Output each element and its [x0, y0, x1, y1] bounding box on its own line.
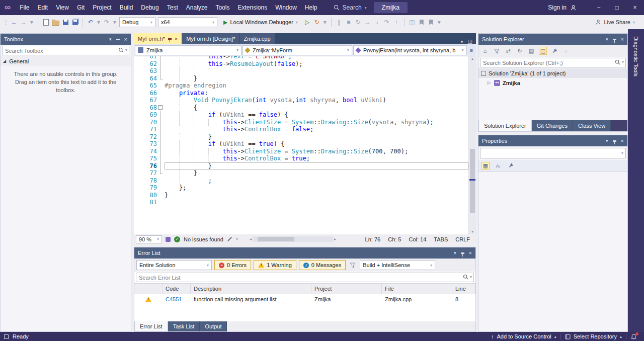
- refresh-icon[interactable]: ↻: [516, 47, 524, 55]
- restart-icon[interactable]: ↻: [355, 19, 362, 26]
- code-text[interactable]: this->Text = L"ЗМІЙКА";: [165, 56, 468, 60]
- code-text[interactable]: ;: [165, 177, 468, 185]
- start-debugging-button[interactable]: ▶ Local Windows Debugger ▾: [220, 17, 301, 28]
- chevron-down-icon[interactable]: ▾: [454, 250, 456, 255]
- add-to-source-control-button[interactable]: ↑ Add to Source Control ▴: [491, 333, 556, 339]
- chevron-down-icon[interactable]: ▾: [622, 60, 624, 64]
- properties-object-dropdown[interactable]: ▾: [480, 148, 626, 158]
- step-into-icon[interactable]: ↓: [374, 19, 381, 26]
- menu-view[interactable]: View: [52, 0, 73, 15]
- show-all-files-icon[interactable]: ◫: [539, 47, 547, 55]
- new-file-icon[interactable]: [42, 19, 49, 26]
- close-icon[interactable]: ×: [469, 250, 472, 256]
- undo-dropdown-icon[interactable]: ▾: [97, 19, 101, 26]
- menu-help[interactable]: Help: [301, 0, 321, 15]
- redo-icon[interactable]: ↷: [103, 19, 110, 26]
- categorized-icon[interactable]: ▦: [481, 162, 490, 170]
- scope-filter-dropdown[interactable]: Entire Solution ▾: [136, 260, 212, 270]
- menu-test[interactable]: Test: [163, 0, 182, 15]
- menu-extensions[interactable]: Extensions: [233, 0, 271, 15]
- doc-tab-myform-h-design[interactable]: MyForm.h [Design]*: [182, 33, 239, 44]
- maximize-button[interactable]: □: [608, 0, 626, 15]
- code-text[interactable]: [165, 67, 468, 75]
- break-all-icon[interactable]: ∥: [336, 19, 343, 26]
- navigate-forward-icon[interactable]: →: [20, 19, 27, 26]
- code-text[interactable]: private:: [165, 90, 468, 97]
- solution-node[interactable]: Solution 'Zmijka' (1 of 1 project): [478, 68, 627, 78]
- code-text[interactable]: Void PovnyjEkran(int vysota,int shyryna,…: [165, 97, 468, 104]
- code-view-icon[interactable]: ≡: [562, 47, 570, 55]
- error-list-row[interactable]: C4551function call missing argument list…: [134, 294, 475, 304]
- code-text[interactable]: if (uVikni == true) {: [165, 140, 468, 148]
- chevron-down-icon[interactable]: ▾: [236, 237, 238, 241]
- source-filter-dropdown[interactable]: Build + IntelliSense ▾: [360, 260, 435, 270]
- toolbox-search-input[interactable]: [2, 46, 129, 55]
- notifications-bell-icon[interactable]: [630, 333, 637, 340]
- error-list-header[interactable]: Error List ▾ ×: [134, 247, 475, 259]
- code-text[interactable]: this->ResumeLayout(false);: [165, 60, 468, 68]
- chevron-down-icon[interactable]: ▾: [125, 48, 127, 52]
- bookmark-icon[interactable]: [418, 20, 425, 25]
- chevron-down-icon[interactable]: ▾: [606, 37, 608, 42]
- scroll-right-icon[interactable]: ▸: [333, 237, 337, 241]
- doc-tab-myform-h[interactable]: MyForm.h*×: [134, 33, 182, 44]
- code-text[interactable]: [165, 199, 468, 206]
- solution-platforms-dropdown[interactable]: x64 ▾: [158, 17, 217, 27]
- column-header-severity[interactable]: [134, 284, 163, 294]
- code-text[interactable]: }: [165, 133, 468, 141]
- diagnostic-tools-tab[interactable]: Diagnostic Tools: [633, 29, 639, 332]
- close-button[interactable]: ×: [626, 0, 644, 15]
- scroll-down-icon[interactable]: ▾: [469, 230, 476, 234]
- messages-toggle[interactable]: i 0 Messages: [299, 260, 346, 270]
- chevron-down-icon[interactable]: ▾: [606, 138, 608, 143]
- code-view[interactable]: 61this->Text = L"ЗМІЙКА";62this->ResumeL…: [134, 56, 468, 234]
- menu-git[interactable]: Git: [73, 0, 89, 15]
- pending-changes-filter-icon[interactable]: [493, 47, 501, 55]
- error-list-search-input[interactable]: [136, 273, 474, 282]
- code-text[interactable]: if (uVikni == false) {: [165, 111, 468, 119]
- solution-configurations-dropdown[interactable]: Debug ▾: [119, 17, 155, 27]
- find-in-files-icon[interactable]: ◫: [409, 19, 416, 26]
- select-repository-button[interactable]: Select Repository ▴: [565, 333, 622, 339]
- bookmarks-dropdown-icon[interactable]: ▾: [437, 19, 441, 26]
- minimize-button[interactable]: −: [590, 0, 608, 15]
- project-node[interactable]: ▷ ++ Zmijka: [478, 78, 627, 88]
- property-pages-icon[interactable]: [507, 162, 515, 170]
- issues-status-label[interactable]: No issues found: [184, 236, 223, 242]
- close-tab-icon[interactable]: ×: [175, 36, 178, 42]
- column-header-description[interactable]: Description: [191, 284, 311, 294]
- column-header-code[interactable]: Code: [163, 284, 191, 294]
- panel-tab-output[interactable]: Output: [200, 321, 227, 331]
- show-next-statement-icon[interactable]: →: [364, 19, 371, 26]
- solution-explorer-search-input[interactable]: [480, 58, 626, 67]
- menu-file[interactable]: File: [16, 0, 33, 15]
- column-header-line[interactable]: Line: [452, 284, 475, 294]
- panel-tab-task-list[interactable]: Task List: [168, 321, 200, 331]
- pin-icon[interactable]: [613, 39, 616, 40]
- panel-tab-solution-explorer[interactable]: Solution Explorer: [478, 120, 532, 131]
- chevron-right-icon[interactable]: ▷: [487, 80, 492, 85]
- properties-header[interactable]: Properties ▾ ×: [478, 135, 627, 146]
- code-text[interactable]: }: [165, 169, 468, 177]
- code-suggestions-icon[interactable]: [227, 236, 232, 242]
- switch-views-icon[interactable]: ⌂: [481, 47, 489, 55]
- scroll-left-icon[interactable]: ◂: [249, 237, 253, 241]
- document-outline-icon[interactable]: ≡: [468, 47, 475, 53]
- scroll-up-icon[interactable]: ▴: [469, 57, 476, 61]
- warnings-toggle[interactable]: 1 Warning: [254, 260, 296, 270]
- project-dropdown[interactable]: Zmijka ▾: [135, 45, 242, 55]
- code-text[interactable]: }: [165, 162, 468, 170]
- sync-with-active-document-icon[interactable]: ⇄: [504, 47, 512, 55]
- pin-icon[interactable]: [613, 140, 616, 142]
- step-out-icon[interactable]: ↑: [393, 19, 400, 26]
- menu-edit[interactable]: Edit: [33, 0, 52, 15]
- menu-analyze[interactable]: Analyze: [182, 0, 212, 15]
- background-tasks-icon[interactable]: [4, 334, 9, 339]
- save-icon[interactable]: [62, 20, 69, 25]
- doc-tab-zmijka-cpp[interactable]: Zmijka.cpp: [239, 33, 274, 44]
- scrollbar-thumb[interactable]: [258, 237, 295, 241]
- start-without-debugging-icon[interactable]: ▷: [304, 19, 311, 26]
- member-dropdown[interactable]: PovnyjEkran(int vysota, int shyryna, b ▾: [353, 45, 467, 55]
- close-icon[interactable]: ×: [621, 138, 624, 144]
- document-health-icon[interactable]: [166, 237, 171, 242]
